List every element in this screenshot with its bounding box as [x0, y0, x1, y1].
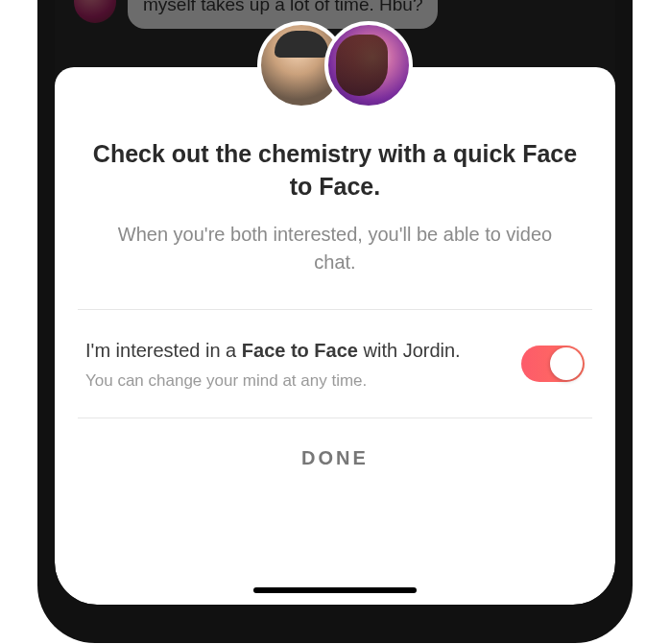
- interest-toggle[interactable]: [521, 346, 585, 382]
- sheet-subtitle: When you're both interested, you'll be a…: [107, 221, 563, 276]
- sheet-title: Check out the chemistry with a quick Fac…: [91, 138, 579, 203]
- toggle-knob: [550, 347, 583, 380]
- interest-toggle-row: I'm interested in a Face to Face with Jo…: [82, 310, 588, 417]
- done-button[interactable]: DONE: [301, 447, 369, 469]
- toggle-label-suffix: with Jordin.: [358, 340, 461, 361]
- toggle-label-prefix: I'm interested in a: [85, 340, 242, 361]
- toggle-label: I'm interested in a Face to Face with Jo…: [85, 337, 502, 364]
- avatar-pair: [257, 21, 413, 109]
- phone-frame: myself takes up a lot of time. Hbu? Chec…: [37, 0, 633, 643]
- face-to-face-sheet: Check out the chemistry with a quick Fac…: [55, 67, 615, 605]
- done-row: DONE: [82, 418, 588, 508]
- phone-screen: myself takes up a lot of time. Hbu? Chec…: [55, 0, 615, 605]
- home-indicator[interactable]: [253, 587, 417, 593]
- toggle-text: I'm interested in a Face to Face with Jo…: [85, 337, 502, 391]
- toggle-label-bold: Face to Face: [242, 340, 358, 361]
- toggle-hint: You can change your mind at any time.: [85, 371, 502, 391]
- match-avatar: [324, 21, 413, 109]
